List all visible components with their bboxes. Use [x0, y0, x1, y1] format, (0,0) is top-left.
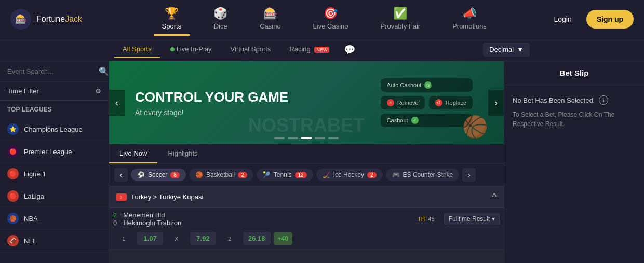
- match-timing: HT 45': [414, 208, 440, 230]
- live-tabs: Live Now Highlights: [109, 144, 504, 164]
- match-row-wrapper: 2 0 Menemen Bld Hekimoglu Trabzon HT 45'…: [109, 208, 504, 230]
- subnav-live-in-play[interactable]: Live In-Play: [162, 41, 220, 58]
- search-icon[interactable]: 🔍: [99, 66, 109, 76]
- betslip-title: Bet Slip: [504, 61, 644, 85]
- odds-label-x: X: [166, 236, 187, 242]
- banner-dot-5[interactable]: [328, 137, 339, 139]
- main-layout: 🔍 Time Filter ⚙ Top Leagues ⭐ Champions …: [0, 61, 644, 263]
- promotions-icon: 📣: [463, 7, 477, 20]
- nav-label-dice: Dice: [214, 22, 227, 30]
- league-badge-nba: 🏀: [7, 213, 19, 224]
- team-home: Menemen Bld: [123, 211, 412, 219]
- banner-dot-2[interactable]: [288, 137, 298, 139]
- subnav-racing[interactable]: Racing NEW: [281, 41, 338, 58]
- remove-card: × Remove: [381, 96, 425, 109]
- sidebar-item-laliga[interactable]: 🔴 LaLiga: [0, 185, 109, 207]
- decimal-selector[interactable]: Decimal ▼: [483, 43, 530, 57]
- chevron-down-icon: ▾: [492, 215, 495, 223]
- match-time: 45': [428, 216, 435, 222]
- tab-highlights[interactable]: Highlights: [157, 144, 208, 163]
- tennis-count: 12: [295, 172, 307, 178]
- sidebar-item-champions-league[interactable]: ⭐ Champions League: [0, 118, 109, 141]
- market-selector[interactable]: Fulltime Result ▾: [444, 213, 500, 225]
- ht-badge: HT: [419, 216, 426, 222]
- logo-jack: Jack: [65, 15, 82, 23]
- odds-button-1[interactable]: 1.07: [137, 232, 163, 245]
- info-icon: ℹ: [599, 95, 608, 105]
- banner-next-button[interactable]: ›: [488, 90, 504, 116]
- match-group-info: ☽ Turkey > Turkiye Kupasi: [116, 193, 203, 201]
- sidebar-item-nfl[interactable]: 🏈 NFL: [0, 230, 109, 252]
- dice-icon: 🎲: [213, 7, 227, 20]
- betslip-empty: No Bet Has Been Selected. ℹ To Select a …: [504, 85, 644, 139]
- sidebar-item-nba[interactable]: 🏀 NBA: [0, 207, 109, 230]
- subnav-virtual-sports[interactable]: Virtual Sports: [222, 41, 279, 58]
- sport-filter-next-button[interactable]: ›: [462, 168, 476, 182]
- sport-filter-ice-hockey[interactable]: 🏒 Ice Hockey 2: [316, 169, 383, 181]
- live-dot: [170, 47, 175, 51]
- sport-filter-es[interactable]: 🎮 ES Counter-Strike: [386, 169, 460, 181]
- subnav-all-sports[interactable]: All Sports: [114, 41, 160, 58]
- nav-label-live-casino: Live Casino: [313, 22, 348, 30]
- provably-fair-icon: ✅: [393, 7, 407, 20]
- basketball-icon: 🏀: [195, 171, 203, 178]
- banner-prev-button[interactable]: ‹: [109, 90, 125, 116]
- odds-button-x[interactable]: 7.92: [190, 232, 216, 245]
- banner-dot-4[interactable]: [315, 137, 325, 139]
- logo: 🎰 FortuneJack: [10, 9, 82, 30]
- main-nav: 🏆 Sports 🎲 Dice 🎰 Casino 🎯 Live Casino ✅…: [103, 3, 545, 36]
- nav-item-casino[interactable]: 🎰 Casino: [251, 3, 289, 36]
- odds-label-2: 2: [219, 236, 240, 242]
- more-odds-button[interactable]: +40: [274, 232, 292, 245]
- sidebar-item-ligue-1[interactable]: 🔴 Ligue 1: [0, 163, 109, 185]
- sidebar: 🔍 Time Filter ⚙ Top Leagues ⭐ Champions …: [0, 61, 109, 263]
- sidebar-item-premier-league[interactable]: 🔴 Premier League: [0, 141, 109, 163]
- odds-button-2[interactable]: 26.18: [243, 232, 271, 245]
- league-badge-la: 🔴: [7, 190, 19, 202]
- nav-label-provably-fair: Provably Fair: [381, 22, 421, 30]
- sports-icon: 🏆: [165, 7, 179, 20]
- sport-filter-tennis[interactable]: 🎾 Tennis 12: [257, 169, 313, 181]
- league-badge-cl: ⭐: [7, 123, 19, 135]
- nav-item-provably-fair[interactable]: ✅ Provably Fair: [372, 3, 429, 36]
- score-away: 0: [113, 219, 117, 227]
- login-button[interactable]: Login: [545, 11, 580, 27]
- league-badge-l1: 🔴: [7, 168, 19, 179]
- banner-right: Auto Cashout G × Remove ↺ Replace: [381, 61, 473, 144]
- match-section: ☽ Turkey > Turkiye Kupasi ^ 2 0 Menemen …: [109, 186, 504, 250]
- banner-dot-1[interactable]: [274, 137, 285, 139]
- signup-button[interactable]: Sign up: [586, 10, 634, 29]
- auto-cashout-card: Auto Cashout G: [381, 78, 473, 92]
- odds-row: 1 1.07 X 7.92 2 26.18 +40: [109, 230, 504, 249]
- logo-fortune: Fortune: [36, 15, 65, 23]
- nav-item-sports[interactable]: 🏆 Sports: [154, 3, 190, 36]
- sport-filter-prev-button[interactable]: ‹: [114, 168, 128, 182]
- cashout-dot-g2: ✓: [411, 117, 419, 124]
- es-icon: 🎮: [392, 171, 400, 178]
- ice-hockey-icon: 🏒: [323, 171, 330, 178]
- nav-item-dice[interactable]: 🎲 Dice: [205, 3, 236, 36]
- time-filter[interactable]: Time Filter ⚙: [0, 82, 109, 101]
- match-group-title: Turkey > Turkiye Kupasi: [131, 193, 203, 201]
- replace-dot: ↺: [435, 99, 442, 106]
- odds-label-1: 1: [113, 236, 134, 242]
- remove-dot: ×: [387, 99, 394, 106]
- sport-filter-basketball[interactable]: 🏀 Basketball 2: [189, 169, 253, 181]
- banner-dot-3[interactable]: [301, 137, 312, 139]
- header-right: Login Sign up: [545, 10, 634, 29]
- no-bet-message: No Bet Has Been Selected. ℹ: [513, 95, 636, 105]
- nav-item-live-casino[interactable]: 🎯 Live Casino: [305, 3, 357, 36]
- search-input[interactable]: [7, 67, 95, 75]
- discord-icon[interactable]: 💬: [344, 44, 355, 56]
- tennis-icon: 🎾: [263, 171, 271, 178]
- ice-hockey-count: 2: [367, 172, 377, 178]
- cashout-label: Cashout: [387, 117, 408, 123]
- replace-card: ↺ Replace: [429, 96, 473, 109]
- banner-title: CONTROL YOUR GAME: [135, 89, 288, 105]
- casino-icon: 🎰: [263, 7, 277, 20]
- sport-filter-soccer[interactable]: ⚽ Soccer 8: [131, 169, 186, 181]
- expand-button[interactable]: ^: [492, 191, 497, 202]
- league-badge-nfl: 🏈: [7, 235, 19, 246]
- nav-item-promotions[interactable]: 📣 Promotions: [444, 3, 495, 36]
- tab-live-now[interactable]: Live Now: [109, 144, 157, 163]
